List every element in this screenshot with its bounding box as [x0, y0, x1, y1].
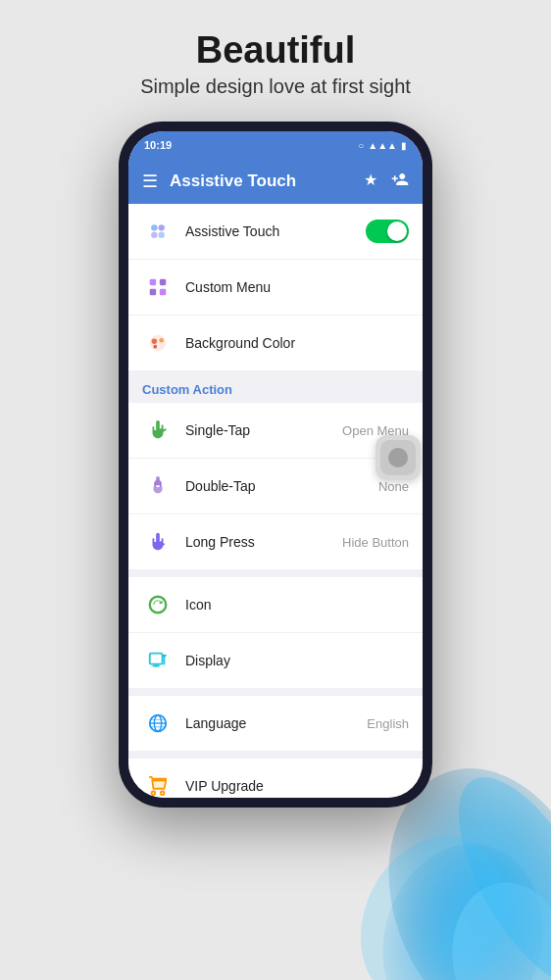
svg-rect-7 — [160, 289, 166, 295]
custom-menu-icon-wrap — [142, 271, 174, 303]
svg-rect-4 — [150, 279, 156, 285]
battery-icon: ▮ — [401, 140, 407, 151]
page-title: Beautiful — [196, 29, 356, 72]
phone-mockup: 10:19 ○ ▲▲▲ ▮ ☰ Assistive Touch ★ — [119, 122, 432, 808]
svg-point-11 — [153, 345, 157, 349]
background-color-label: Background Color — [185, 335, 409, 351]
grid-icon — [147, 276, 169, 298]
svg-rect-6 — [150, 289, 156, 295]
hand-point-icon — [147, 419, 169, 441]
main-section: Assistive Touch — [128, 204, 423, 370]
svg-point-2 — [151, 231, 157, 237]
single-tap-label: Single-Tap — [185, 422, 342, 438]
menu-item-language[interactable]: Language English — [128, 696, 423, 751]
menu-item-background-color[interactable]: Background Color — [128, 316, 423, 370]
assistive-touch-label: Assistive Touch — [185, 223, 366, 239]
assistive-touch-button[interactable] — [376, 435, 421, 480]
icon-display-section: Icon Display — [128, 577, 423, 688]
status-icons: ○ ▲▲▲ ▮ — [358, 140, 407, 151]
custom-menu-label: Custom Menu — [185, 279, 409, 295]
svg-point-3 — [158, 231, 164, 237]
long-press-value: Hide Button — [342, 535, 409, 550]
star-icon[interactable]: ★ — [364, 171, 377, 192]
menu-item-display[interactable]: Display — [128, 633, 423, 688]
svg-point-8 — [150, 335, 167, 352]
icon-item-icon-wrap — [142, 589, 174, 620]
assistive-button-dot — [388, 448, 408, 467]
svg-point-14 — [150, 597, 167, 613]
custom-action-label: Custom Action — [128, 372, 423, 403]
vip-upgrade-label: VIP Upgrade — [185, 778, 409, 794]
app-header: ☰ Assistive Touch ★ — [128, 159, 423, 204]
single-tap-icon-wrap — [142, 415, 174, 446]
display-icon-wrap — [142, 645, 174, 676]
menu-item-vip-upgrade[interactable]: VIP Upgrade — [128, 759, 423, 798]
status-time: 10:19 — [144, 139, 172, 151]
phone-screen: 10:19 ○ ▲▲▲ ▮ ☰ Assistive Touch ★ — [128, 131, 423, 798]
double-tap-value: None — [378, 479, 409, 494]
svg-rect-15 — [150, 654, 163, 664]
double-tap-label: Double-Tap — [185, 478, 378, 494]
svg-point-1 — [158, 224, 164, 230]
globe-icon — [147, 712, 169, 734]
refresh-circle-icon — [147, 594, 169, 615]
long-press-label: Long Press — [185, 534, 342, 550]
status-bar: 10:19 ○ ▲▲▲ ▮ — [128, 131, 423, 159]
svg-point-0 — [151, 224, 157, 230]
page-subtitle: Simple design love at first sight — [140, 75, 411, 98]
signal-icon: ▲▲▲ — [368, 140, 397, 151]
custom-action-section: Single-Tap Open Menu — [128, 403, 423, 569]
svg-rect-5 — [160, 279, 166, 285]
long-press-icon-wrap — [142, 526, 174, 558]
language-label: Language — [185, 715, 367, 731]
menu-item-long-press[interactable]: Long Press Hide Button — [128, 514, 423, 569]
hand-hold-icon — [147, 531, 169, 553]
app-title: Assistive Touch — [170, 172, 352, 191]
notification-icon: ○ — [358, 140, 364, 151]
palette-icon — [147, 332, 169, 354]
hand-double-icon — [147, 475, 169, 497]
svg-point-9 — [152, 338, 158, 344]
menu-item-custom-menu[interactable]: Custom Menu — [128, 260, 423, 316]
assistive-button-inner — [380, 440, 416, 475]
vip-icon-wrap — [142, 770, 174, 798]
extras-section: VIP Upgrade — [128, 759, 423, 798]
header-actions: ★ — [364, 171, 409, 192]
cart-icon — [147, 775, 169, 797]
screen-content[interactable]: Assistive Touch — [128, 204, 423, 798]
add-user-icon[interactable] — [391, 171, 409, 192]
display-icon — [147, 650, 169, 671]
background-color-icon-wrap — [142, 327, 174, 359]
assistive-touch-toggle[interactable] — [366, 220, 409, 243]
display-label: Display — [185, 653, 409, 668]
menu-item-assistive-touch[interactable]: Assistive Touch — [128, 204, 423, 260]
icon-label: Icon — [185, 597, 409, 612]
language-value: English — [367, 716, 409, 731]
toggle-thumb — [387, 221, 407, 241]
hamburger-icon[interactable]: ☰ — [142, 171, 158, 192]
phone-frame: 10:19 ○ ▲▲▲ ▮ ☰ Assistive Touch ★ — [119, 122, 432, 808]
dots-icon — [147, 220, 169, 242]
language-section: Language English — [128, 696, 423, 751]
assistive-touch-icon-wrap — [142, 216, 174, 247]
svg-point-10 — [159, 338, 164, 343]
double-tap-icon-wrap — [142, 470, 174, 502]
language-icon-wrap — [142, 708, 174, 739]
menu-item-icon[interactable]: Icon — [128, 577, 423, 633]
